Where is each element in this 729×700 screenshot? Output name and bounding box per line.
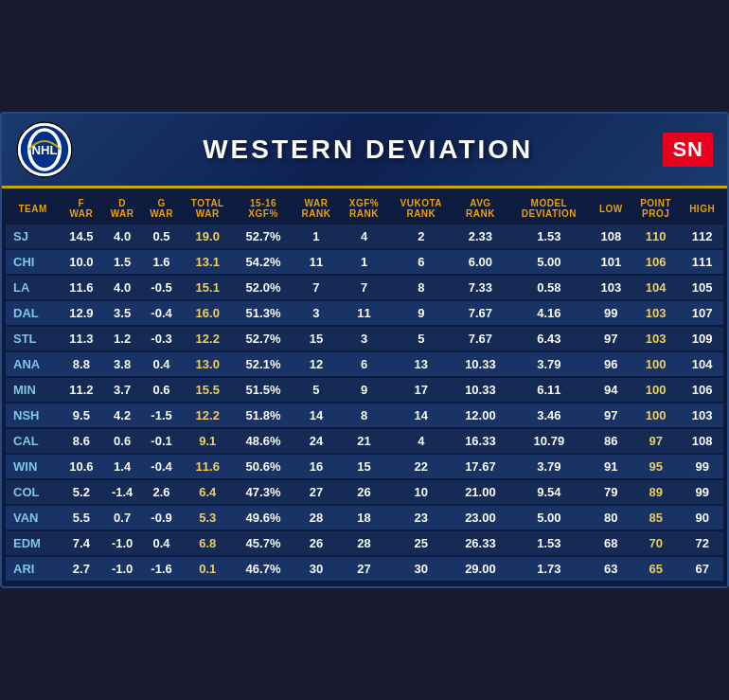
cell-f_war: 7.4 (60, 531, 102, 555)
cell-d_war: -1.0 (102, 557, 141, 581)
stats-table: TEAM FWAR DWAR GWAR TOTALWAR 15-16XGF% W… (6, 192, 723, 583)
cell-point_proj: 95 (631, 455, 681, 478)
sn-logo: SN (663, 133, 713, 167)
table-row: EDM7.4-1.00.46.845.7%26282526.331.536870… (6, 531, 723, 555)
cell-avg_rank: 21.00 (454, 480, 507, 504)
cell-team: ANA (6, 352, 60, 376)
cell-vukota_rank: 9 (388, 301, 454, 325)
cell-low: 63 (592, 557, 631, 581)
cell-vukota_rank: 30 (388, 557, 454, 581)
cell-model_deviation: 1.73 (507, 557, 591, 581)
cell-d_war: 3.8 (102, 352, 141, 376)
cell-team: EDM (6, 531, 60, 555)
cell-high: 105 (681, 276, 723, 299)
cell-d_war: 4.0 (102, 276, 141, 299)
cell-model_deviation: 6.43 (507, 327, 591, 350)
cell-high: 99 (681, 480, 723, 504)
cell-d_war: -1.0 (102, 531, 141, 555)
cell-xgf_pct: 51.3% (234, 301, 293, 325)
cell-xgf_pct: 52.0% (234, 276, 293, 299)
cell-xgf_pct: 49.6% (234, 506, 293, 529)
cell-xgf_pct: 54.2% (234, 250, 293, 274)
cell-point_proj: 103 (631, 327, 681, 350)
cell-low: 91 (592, 455, 631, 478)
cell-g_war: -1.5 (142, 404, 181, 427)
cell-vukota_rank: 14 (388, 404, 454, 427)
cell-g_war: -0.9 (142, 506, 181, 529)
cell-model_deviation: 10.79 (507, 429, 591, 453)
column-header-row: TEAM FWAR DWAR GWAR TOTALWAR 15-16XGF% W… (6, 194, 723, 223)
cell-f_war: 12.9 (60, 301, 102, 325)
cell-xgf_pct: 48.6% (234, 429, 293, 453)
cell-team: VAN (6, 506, 60, 529)
cell-avg_rank: 2.33 (454, 224, 507, 248)
cell-avg_rank: 16.33 (454, 429, 507, 453)
cell-high: 72 (681, 531, 723, 555)
cell-xgf_rank: 9 (340, 378, 388, 402)
col-high: HIGH (681, 194, 723, 223)
cell-point_proj: 106 (631, 250, 681, 274)
cell-xgf_rank: 7 (340, 276, 388, 299)
cell-vukota_rank: 5 (388, 327, 454, 350)
cell-f_war: 11.6 (60, 276, 102, 299)
cell-total_war: 19.0 (181, 224, 234, 248)
cell-high: 67 (681, 557, 723, 581)
cell-low: 79 (592, 480, 631, 504)
cell-model_deviation: 3.46 (507, 404, 591, 427)
cell-xgf_rank: 15 (340, 455, 388, 478)
table-row: DAL12.93.5-0.416.051.3%31197.674.1699103… (6, 301, 723, 325)
cell-low: 108 (592, 224, 631, 248)
cell-f_war: 10.0 (60, 250, 102, 274)
cell-g_war: 1.6 (142, 250, 181, 274)
cell-xgf_pct: 45.7% (234, 531, 293, 555)
table-row: SJ14.54.00.519.052.7%1422.331.5310811011… (6, 224, 723, 248)
cell-avg_rank: 7.33 (454, 276, 507, 299)
cell-model_deviation: 4.16 (507, 301, 591, 325)
cell-total_war: 5.3 (181, 506, 234, 529)
cell-high: 103 (681, 404, 723, 427)
cell-xgf_rank: 21 (340, 429, 388, 453)
cell-point_proj: 100 (631, 378, 681, 402)
col-low: LOW (592, 194, 631, 223)
svg-text:NHL: NHL (31, 143, 57, 157)
cell-team: CAL (6, 429, 60, 453)
table-row: NSH9.54.2-1.512.251.8%1481412.003.469710… (6, 404, 723, 427)
cell-point_proj: 100 (631, 352, 681, 376)
cell-war_rank: 16 (293, 455, 340, 478)
cell-d_war: 1.2 (102, 327, 141, 350)
cell-high: 109 (681, 327, 723, 350)
cell-xgf_rank: 11 (340, 301, 388, 325)
cell-point_proj: 89 (631, 480, 681, 504)
col-d-war: DWAR (102, 194, 141, 223)
cell-point_proj: 97 (631, 429, 681, 453)
header: NHL WESTERN DEVIATION SN (2, 114, 727, 188)
cell-xgf_pct: 51.8% (234, 404, 293, 427)
cell-low: 86 (592, 429, 631, 453)
cell-xgf_rank: 3 (340, 327, 388, 350)
cell-team: WIN (6, 455, 60, 478)
cell-f_war: 11.2 (60, 378, 102, 402)
cell-low: 68 (592, 531, 631, 555)
cell-war_rank: 26 (293, 531, 340, 555)
cell-point_proj: 104 (631, 276, 681, 299)
cell-xgf_pct: 52.7% (234, 224, 293, 248)
cell-team: DAL (6, 301, 60, 325)
cell-avg_rank: 29.00 (454, 557, 507, 581)
cell-f_war: 9.5 (60, 404, 102, 427)
cell-high: 107 (681, 301, 723, 325)
cell-g_war: 0.5 (142, 224, 181, 248)
cell-xgf_rank: 28 (340, 531, 388, 555)
cell-xgf_rank: 26 (340, 480, 388, 504)
cell-f_war: 11.3 (60, 327, 102, 350)
cell-war_rank: 7 (293, 276, 340, 299)
cell-model_deviation: 5.00 (507, 506, 591, 529)
col-war-rank: WARRANK (293, 194, 340, 223)
cell-total_war: 15.5 (181, 378, 234, 402)
cell-low: 97 (592, 327, 631, 350)
cell-vukota_rank: 13 (388, 352, 454, 376)
cell-point_proj: 85 (631, 506, 681, 529)
cell-vukota_rank: 6 (388, 250, 454, 274)
cell-g_war: 0.4 (142, 531, 181, 555)
cell-model_deviation: 6.11 (507, 378, 591, 402)
cell-war_rank: 14 (293, 404, 340, 427)
